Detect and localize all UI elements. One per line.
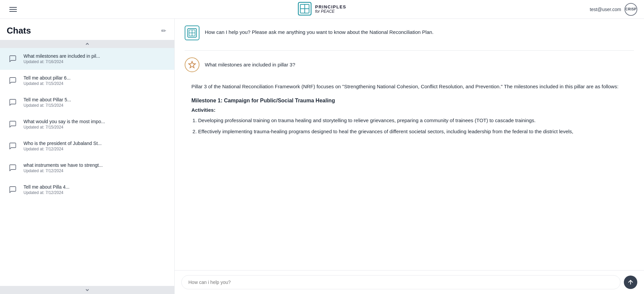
chat-item-title: What would you say is the most impo...	[24, 119, 168, 124]
header-right: test@user.com CRISP	[590, 3, 637, 16]
chat-input[interactable]	[181, 275, 620, 289]
chat-area: How can I help you? Please ask me anythi…	[175, 19, 644, 294]
send-button[interactable]	[624, 276, 637, 289]
chat-item-date: Updated at: 7/12/2024	[24, 147, 168, 151]
chat-item-icon	[7, 162, 19, 174]
sidebar-header: Chats ✏	[0, 19, 174, 40]
logo-principles: PRINCIPLES	[315, 5, 346, 9]
chat-item-title: What milestones are included in pil...	[24, 53, 168, 59]
activity-item: Developing professional training on trau…	[198, 116, 634, 125]
bot-greeting-text: How can I help you? Please ask me anythi…	[205, 26, 634, 36]
ai-activities-list: Developing professional training on trau…	[191, 116, 634, 136]
chat-item-title: Who is the president of Jubaland St...	[24, 141, 168, 146]
chat-list-item[interactable]: What would you say is the most impo... U…	[0, 113, 174, 135]
bot-avatar	[185, 26, 199, 40]
chat-item-icon	[7, 140, 19, 152]
user-message-block: What milestones are included in pillar 3…	[185, 57, 634, 72]
chat-item-info: Who is the president of Jubaland St... U…	[24, 141, 168, 151]
chat-list-item[interactable]: Tell me about pillar 6... Updated at: 7/…	[0, 70, 174, 92]
chat-item-date: Updated at: 7/16/2024	[24, 59, 168, 64]
chat-item-date: Updated at: 7/12/2024	[24, 190, 168, 195]
chat-item-title: what instruments we have to strengt...	[24, 162, 168, 168]
logo-for-peace: for PEACE	[315, 9, 346, 14]
chat-item-date: Updated at: 7/15/2024	[24, 81, 168, 86]
ai-milestone-1-title: Milestone 1: Campaign for Public/Social …	[191, 98, 634, 104]
header-logo: PRINCIPLES for PEACE	[297, 2, 346, 17]
ai-intro-text: Pillar 3 of the National Reconciliation …	[191, 82, 634, 91]
crisp-badge: CRISP	[625, 3, 637, 16]
chat-messages: How can I help you? Please ask me anythi…	[175, 19, 644, 270]
user-question-text: What milestones are included in pillar 3…	[205, 57, 634, 69]
chat-item-icon	[7, 184, 19, 196]
chat-list-item[interactable]: Tell me about Pilla 4... Updated at: 7/1…	[0, 179, 174, 201]
chat-list-item[interactable]: Who is the president of Jubaland St... U…	[0, 135, 174, 157]
chat-item-icon	[7, 75, 19, 87]
header-left	[7, 4, 19, 14]
chat-item-title: Tell me about Pillar 5...	[24, 97, 168, 102]
chat-item-info: Tell me about pillar 6... Updated at: 7/…	[24, 75, 168, 86]
chat-item-icon	[7, 96, 19, 108]
ai-response-block: Pillar 3 of the National Reconciliation …	[185, 82, 634, 136]
chat-item-info: What would you say is the most impo... U…	[24, 119, 168, 130]
bot-greeting-block: How can I help you? Please ask me anythi…	[185, 26, 634, 40]
chat-item-info: Tell me about Pillar 5... Updated at: 7/…	[24, 97, 168, 108]
chat-list-item[interactable]: Tell me about Pillar 5... Updated at: 7/…	[0, 92, 174, 113]
chat-item-info: What milestones are included in pil... U…	[24, 53, 168, 64]
activity-item: Effectively implementing trauma-healing …	[198, 127, 634, 136]
chat-item-date: Updated at: 7/15/2024	[24, 125, 168, 130]
chat-item-date: Updated at: 7/12/2024	[24, 168, 168, 173]
chat-list-item[interactable]: What milestones are included in pil... U…	[0, 48, 174, 70]
sidebar-title: Chats	[7, 26, 31, 36]
hamburger-menu-button[interactable]	[7, 4, 19, 14]
logo-icon	[297, 2, 312, 17]
ai-activities-label: Activities:	[191, 107, 634, 113]
sidebar-chat-list: What milestones are included in pil... U…	[0, 48, 174, 286]
main-layout: Chats ✏ What milestones are included in …	[0, 19, 644, 294]
chat-input-area	[175, 270, 644, 294]
sidebar-scroll-down[interactable]	[0, 286, 174, 294]
chat-item-info: what instruments we have to strengt... U…	[24, 162, 168, 173]
chat-item-icon	[7, 118, 19, 130]
chat-item-title: Tell me about pillar 6...	[24, 75, 168, 81]
chat-item-icon	[7, 53, 19, 65]
sidebar: Chats ✏ What milestones are included in …	[0, 19, 175, 294]
chat-item-title: Tell me about Pilla 4...	[24, 184, 168, 190]
edit-icon[interactable]: ✏	[160, 26, 168, 36]
app-header: PRINCIPLES for PEACE test@user.com CRISP	[0, 0, 644, 19]
chat-item-date: Updated at: 7/15/2024	[24, 103, 168, 108]
sidebar-scroll-up[interactable]	[0, 40, 174, 48]
message-divider	[185, 50, 634, 51]
svg-marker-8	[189, 61, 195, 68]
user-avatar	[185, 57, 199, 72]
user-email: test@user.com	[590, 7, 621, 12]
chat-list-item[interactable]: what instruments we have to strengt... U…	[0, 157, 174, 179]
logo-text: PRINCIPLES for PEACE	[315, 5, 346, 14]
chat-item-info: Tell me about Pilla 4... Updated at: 7/1…	[24, 184, 168, 195]
